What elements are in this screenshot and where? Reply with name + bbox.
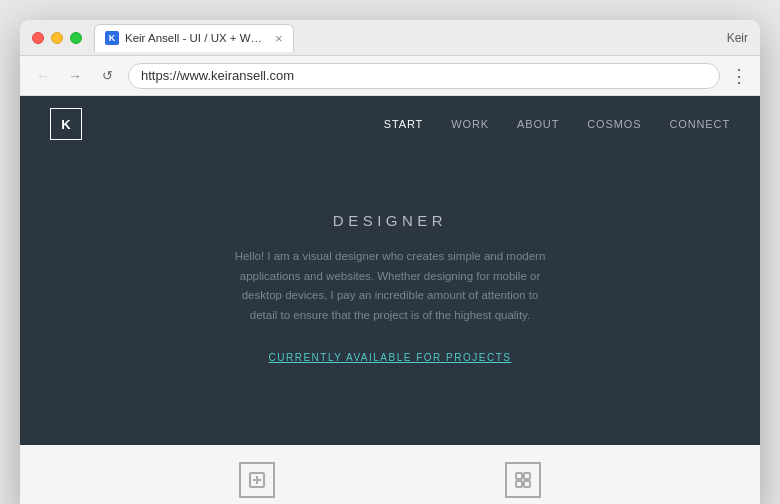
svg-rect-5 xyxy=(516,481,522,487)
minimize-button[interactable] xyxy=(51,32,63,44)
url-text: https://www.keiransell.com xyxy=(141,68,294,83)
bottom-icon-right xyxy=(505,462,541,498)
site-content: K START WORK ABOUT COSMOS CONNECT DESIGN… xyxy=(20,96,760,504)
bottom-strip xyxy=(20,445,760,504)
reload-button[interactable]: ↺ xyxy=(96,65,118,87)
more-button[interactable]: ⋮ xyxy=(730,65,748,87)
back-button[interactable]: ← xyxy=(32,65,54,87)
nav-link-work[interactable]: WORK xyxy=(451,118,489,130)
hero-cta-link[interactable]: CURRENTLY AVAILABLE FOR PROJECTS xyxy=(269,352,512,363)
url-bar[interactable]: https://www.keiransell.com xyxy=(128,63,720,89)
close-button[interactable] xyxy=(32,32,44,44)
traffic-lights xyxy=(32,32,82,44)
nav-link-start[interactable]: START xyxy=(384,118,423,130)
bottom-icon-left xyxy=(239,462,275,498)
svg-rect-4 xyxy=(524,473,530,479)
browser-tab[interactable]: K Keir Ansell - UI / UX + Web De... × xyxy=(94,24,294,52)
forward-button[interactable]: → xyxy=(64,65,86,87)
title-bar: K Keir Ansell - UI / UX + Web De... × Ke… xyxy=(20,20,760,56)
hero-description: Hello! I am a visual designer who create… xyxy=(230,247,550,325)
nav-link-cosmos[interactable]: COSMOS xyxy=(587,118,641,130)
svg-rect-6 xyxy=(524,481,530,487)
new-tab-button[interactable] xyxy=(298,24,326,52)
site-nav-links: START WORK ABOUT COSMOS CONNECT xyxy=(384,118,730,130)
tab-area: K Keir Ansell - UI / UX + Web De... × xyxy=(94,24,727,52)
tab-favicon: K xyxy=(105,31,119,45)
tab-title: Keir Ansell - UI / UX + Web De... xyxy=(125,32,265,44)
window-user: Keir xyxy=(727,31,748,45)
nav-link-about[interactable]: ABOUT xyxy=(517,118,559,130)
hero-title: DESIGNER xyxy=(40,212,740,229)
nav-link-connect[interactable]: CONNECT xyxy=(669,118,730,130)
tab-close-button[interactable]: × xyxy=(275,31,283,46)
maximize-button[interactable] xyxy=(70,32,82,44)
hero-section: DESIGNER Hello! I am a visual designer w… xyxy=(20,152,760,445)
browser-window: K Keir Ansell - UI / UX + Web De... × Ke… xyxy=(20,20,760,504)
site-logo: K xyxy=(50,108,82,140)
svg-rect-3 xyxy=(516,473,522,479)
site-nav: K START WORK ABOUT COSMOS CONNECT xyxy=(20,96,760,152)
address-bar: ← → ↺ https://www.keiransell.com ⋮ xyxy=(20,56,760,96)
